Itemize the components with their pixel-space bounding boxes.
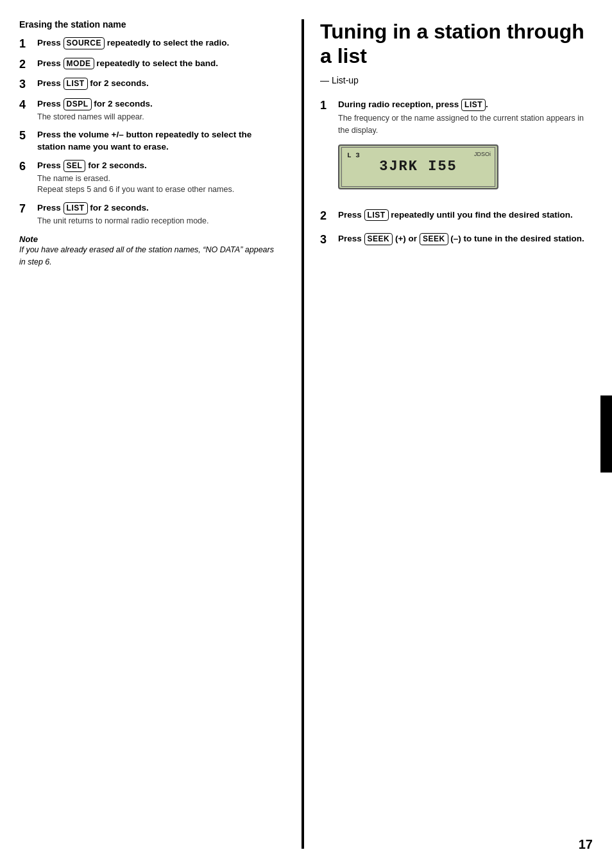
step-content-7: Press LIST for 2 seconds. The unit retur…	[37, 202, 282, 227]
step-text-4: for 2 seconds.	[92, 99, 153, 108]
right-step-number-3: 3	[320, 232, 338, 247]
step-text-3: for 2 seconds.	[88, 78, 149, 88]
subtitle: — List-up	[320, 75, 593, 85]
seek-button-minus: SEEK	[420, 233, 448, 245]
step-text-7: for 2 seconds.	[88, 203, 149, 213]
note-title: Note	[19, 234, 282, 244]
right-step-list: 1 During radio reception, press LIST. Th…	[320, 98, 593, 248]
right-list-button-2: LIST	[364, 209, 389, 221]
right-step-content-1: During radio reception, press LIST. The …	[338, 98, 593, 200]
step-content-4: Press DSPL for 2 seconds. The stored nam…	[37, 98, 282, 123]
source-button: SOURCE	[64, 37, 105, 49]
right-press-label-2: Press	[338, 210, 364, 220]
right-step-minus: (–) to tune in the desired station.	[448, 234, 584, 243]
note-text: If you have already erased all of the st…	[19, 244, 282, 268]
right-list-button-1: LIST	[461, 99, 486, 111]
dspl-button: DSPL	[64, 98, 92, 110]
left-step-7: 7 Press LIST for 2 seconds. The unit ret…	[19, 202, 282, 227]
press-label-2: Press	[37, 58, 64, 68]
press-label-3: Press	[37, 78, 64, 88]
right-step-1: 1 During radio reception, press LIST. Th…	[320, 98, 593, 200]
step-number-5: 5	[19, 129, 37, 143]
right-step-content-3: Press SEEK (+) or SEEK (–) to tune in th…	[338, 232, 593, 245]
step-number-4: 4	[19, 98, 37, 112]
step-number-7: 7	[19, 202, 37, 216]
step-content-3: Press LIST for 2 seconds.	[37, 78, 282, 90]
step-number-2: 2	[19, 58, 37, 72]
left-step-4: 4 Press DSPL for 2 seconds. The stored n…	[19, 98, 282, 123]
press-label-4: Press	[37, 99, 64, 108]
mode-button: MODE	[64, 58, 94, 70]
display-panel: L 3 JDSOi 3JRK I55	[338, 144, 498, 189]
list-button-7: LIST	[64, 202, 88, 214]
left-step-list: 1 Press SOURCE repeatedly to select the …	[19, 37, 282, 227]
section-tab-bar	[600, 395, 612, 473]
right-step-number-2: 2	[320, 209, 338, 223]
step-note-6: The name is erased.Repeat steps 5 and 6 …	[37, 173, 282, 196]
right-step-note-1: The frequency or the name assigned to th…	[338, 112, 593, 137]
right-column: Tuning in a station through a list — Lis…	[302, 19, 593, 849]
right-step-content-2: Press LIST repeatedly until you find the…	[338, 209, 593, 221]
right-step-number-1: 1	[320, 98, 338, 113]
left-step-1: 1 Press SOURCE repeatedly to select the …	[19, 37, 282, 51]
display-l3-text: L 3	[347, 150, 360, 161]
left-step-3: 3 Press LIST for 2 seconds.	[19, 78, 282, 92]
step-note-4: The stored names will appear.	[37, 112, 282, 123]
right-press-label-1: During radio reception, press	[338, 100, 461, 109]
left-step-2: 2 Press MODE repeatedly to select the ba…	[19, 58, 282, 72]
display-main-text: 3JRK I55	[379, 156, 457, 177]
step-number-3: 3	[19, 78, 37, 92]
right-step-2: 2 Press LIST repeatedly until you find t…	[320, 209, 593, 223]
step-note-7: The unit returns to normal radio recepti…	[37, 216, 282, 227]
right-step-plus: (+) or	[393, 234, 420, 243]
right-press-label-3: Press	[338, 234, 364, 243]
sel-button: SEL	[64, 160, 86, 172]
step-text-6: for 2 seconds.	[85, 161, 146, 170]
press-label-7: Press	[37, 203, 64, 213]
display-signal-text: JDSOi	[474, 150, 491, 159]
left-step-5: 5 Press the volume +/– button repeatedly…	[19, 129, 282, 153]
main-title: Tuning in a station through a list	[320, 19, 593, 69]
left-column: Erasing the station name 1 Press SOURCE …	[19, 19, 302, 849]
step-number-1: 1	[19, 37, 37, 51]
left-step-6: 6 Press SEL for 2 seconds. The name is e…	[19, 160, 282, 196]
list-button-3: LIST	[64, 78, 88, 90]
press-label-1: Press	[37, 38, 64, 48]
step-number-6: 6	[19, 160, 37, 174]
step-content-6: Press SEL for 2 seconds. The name is era…	[37, 160, 282, 196]
section-heading: Erasing the station name	[19, 19, 282, 30]
step-text-5: Press the volume +/– button repeatedly t…	[37, 130, 251, 152]
step-text-2: repeatedly to select the band.	[94, 58, 219, 68]
note-section: Note If you have already erased all of t…	[19, 234, 282, 268]
right-step-3: 3 Press SEEK (+) or SEEK (–) to tune in …	[320, 232, 593, 247]
step-text-1: repeatedly to select the radio.	[105, 38, 229, 48]
press-label-6: Press	[37, 161, 64, 170]
display-inner: L 3 JDSOi 3JRK I55	[341, 147, 495, 187]
right-step-text-1: .	[486, 100, 488, 109]
page-number: 17	[579, 837, 593, 852]
seek-button-plus: SEEK	[364, 233, 393, 245]
step-content-1: Press SOURCE repeatedly to select the ra…	[37, 37, 282, 49]
right-step-text-2: repeatedly until you find the desired st…	[389, 210, 573, 220]
step-content-2: Press MODE repeatedly to select the band…	[37, 58, 282, 70]
step-content-5: Press the volume +/– button repeatedly t…	[37, 129, 282, 153]
